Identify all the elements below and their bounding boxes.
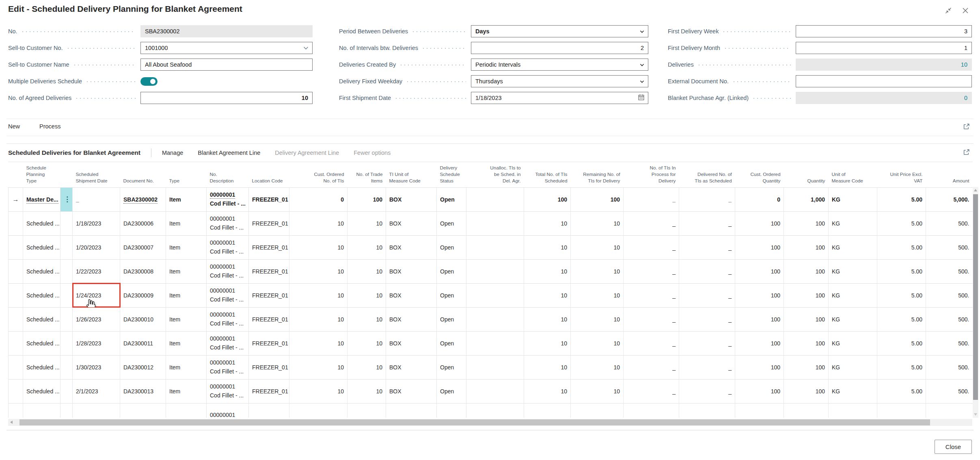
row-indicator-cell[interactable] [9,211,23,235]
cell-unit_price[interactable]: 5.00 [877,379,926,403]
cell-ti_uom[interactable]: BOX [386,331,437,355]
column-header-cust_ordered_qty[interactable]: Cust. Ordered Quantity [735,162,784,187]
row-options-cell[interactable] [60,307,73,331]
cell-quantity[interactable]: 100 [784,259,829,283]
cell-total_tis[interactable]: 10 [524,307,571,331]
row-options-icon[interactable]: ⋮ [64,195,71,203]
cell-total_tis[interactable]: 100 [524,187,571,211]
item-no[interactable]: 00000001 [210,287,245,295]
cell-amount[interactable]: 500. [926,355,973,379]
cell-cust_ordered_qty[interactable] [735,403,784,418]
cell-status[interactable]: Open [437,259,466,283]
open-part-in-window-button[interactable] [963,149,971,157]
cell-ti_uom[interactable]: BOX [386,235,437,259]
cell-shipment_date[interactable]: 1/26/2023 [73,307,120,331]
cell-delivered[interactable]: _ [679,187,735,211]
cell-delivered[interactable]: _ [679,355,735,379]
cell-shipment_date[interactable]: 1/18/2023 [73,211,120,235]
cell-no_description[interactable]: 00000001Cod Fillet - ... [207,379,249,403]
column-header-total_tis[interactable]: Total No. of TIs Scheduled [524,162,571,187]
cell-status[interactable]: Open [437,211,466,235]
cell-no_description[interactable]: 00000001Cod Fillet - ... [207,211,249,235]
cell-planning_type[interactable]: Scheduled ... [23,307,60,331]
cell-type[interactable]: Item [166,355,207,379]
cell-in_process[interactable] [624,403,679,418]
highlighted-cell-shipment_date[interactable]: 1/24/2023 [73,283,120,307]
cell-ti_uom[interactable]: BOX [386,307,437,331]
cell-cust_ordered_qty[interactable]: 100 [735,331,784,355]
cell-quantity[interactable]: 100 [784,307,829,331]
cell-type[interactable]: Item [166,235,207,259]
row-indicator-cell[interactable] [9,283,23,307]
cell-cust_ordered_tis[interactable]: 10 [289,259,348,283]
cell-location[interactable]: FREEZER_01 [249,211,289,235]
item-no[interactable]: 00000001 [210,411,245,418]
row-options-cell[interactable] [60,283,73,307]
cell-location[interactable]: FREEZER_01 [249,331,289,355]
cell-quantity[interactable]: 100 [784,283,829,307]
cell-unit_price[interactable]: 5.00 [877,283,926,307]
cell-in_process[interactable]: _ [624,379,679,403]
cell-no_description[interactable]: 00000001Cod Fillet - ... [207,331,249,355]
cell-no_description[interactable]: 00000001Cod Fillet - ... [207,283,249,307]
calendar-icon[interactable] [638,94,645,102]
cell-delivered[interactable]: _ [679,331,735,355]
cell-remaining_tis[interactable]: 10 [571,235,624,259]
cell-unit_price[interactable]: 5.00 [877,235,926,259]
cell-total_tis[interactable] [524,403,571,418]
row-indicator-cell[interactable] [9,259,23,283]
cell-uom[interactable]: KG [829,235,877,259]
column-header-no_description[interactable]: No. Description [207,162,249,187]
cell-no_description[interactable]: 00000001Cod Fillet - ... [207,355,249,379]
cell-unalloc[interactable] [466,235,524,259]
cell-unit_price[interactable] [877,403,926,418]
cell-trade_items[interactable]: 10 [348,283,386,307]
cell-total_tis[interactable]: 10 [524,331,571,355]
column-header-amount[interactable]: Amount [926,162,973,187]
cell-trade_items[interactable]: 10 [348,259,386,283]
cell-in_process[interactable]: _ [624,187,679,211]
cell-cust_ordered_tis[interactable]: 10 [289,355,348,379]
row-indicator-cell[interactable]: → [9,187,23,211]
cell-trade_items[interactable]: 10 [348,355,386,379]
column-header-unit_price[interactable]: Unit Price Excl. VAT [877,162,926,187]
vertical-scroll-thumb[interactable] [973,194,978,400]
close-button[interactable]: Close [935,440,972,454]
cell-remaining_tis[interactable]: 10 [571,211,624,235]
cell-amount[interactable]: 500. [926,235,973,259]
cell-shipment_date[interactable]: _ [73,187,120,211]
cell-planning_type[interactable]: Scheduled ... [23,235,60,259]
cell-uom[interactable]: KG [829,283,877,307]
cell-ti_uom[interactable]: BOX [386,379,437,403]
multiple-deliveries-toggle[interactable] [140,77,158,86]
minimize-page-button[interactable] [943,6,953,15]
cell-status[interactable]: Open [437,331,466,355]
cell-planning_type[interactable]: Master De... [23,187,60,211]
cell-amount[interactable] [926,403,973,418]
cell-quantity[interactable] [784,403,829,418]
column-header-in_process[interactable]: No. of TIs In Process for Delivery [624,162,679,187]
cell-unit_price[interactable]: 5.00 [877,187,926,211]
cell-planning_type[interactable]: Scheduled ... [23,355,60,379]
cell-no_description[interactable]: 00000001 [207,403,249,418]
cell-location[interactable]: FREEZER_01 [249,307,289,331]
cell-unalloc[interactable] [466,379,524,403]
cell-remaining_tis[interactable]: 10 [571,331,624,355]
cell-quantity[interactable]: 100 [784,331,829,355]
cell-trade_items[interactable]: 10 [348,379,386,403]
sell-to-customer-no-field[interactable]: 1001000 [140,42,313,54]
cell-uom[interactable]: KG [829,331,877,355]
cell-location[interactable]: FREEZER_01 [249,283,289,307]
cell-in_process[interactable]: _ [624,283,679,307]
column-header-cust_ordered_tis[interactable]: Cust. Ordered No. of TIs [289,162,348,187]
row-indicator-cell[interactable] [9,331,23,355]
cell-remaining_tis[interactable] [571,403,624,418]
cell-delivered[interactable]: _ [679,259,735,283]
cell-document_no[interactable]: DA2300009 [120,283,166,307]
cell-unalloc[interactable] [466,355,524,379]
cell-uom[interactable]: KG [829,355,877,379]
cell-cust_ordered_qty[interactable]: 100 [735,307,784,331]
cell-delivered[interactable]: _ [679,211,735,235]
row-indicator-cell[interactable] [9,235,23,259]
cell-document_no[interactable]: SBA2300002 [120,187,166,211]
